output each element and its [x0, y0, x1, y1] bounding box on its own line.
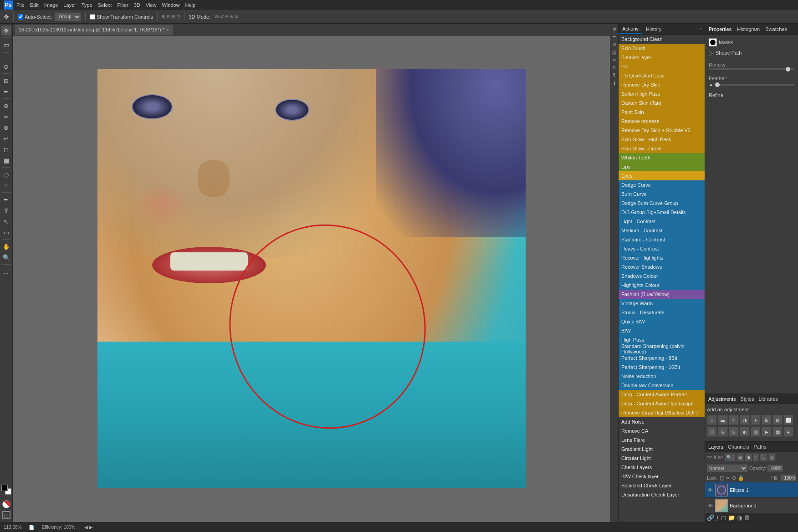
brush-tool[interactable]: ✏ — [1, 112, 11, 122]
action-item-26[interactable]: Shadows Colour — [619, 271, 705, 281]
action-item-3[interactable]: FS — [619, 62, 705, 71]
adj-invert[interactable]: ◐ — [740, 427, 750, 437]
action-item-46[interactable]: Circular Light — [619, 454, 705, 463]
action-item-38[interactable]: Double raw Conversion — [619, 381, 705, 390]
crop-tool[interactable]: ⊞ — [1, 76, 11, 86]
action-item-29[interactable]: Vintage Warm — [619, 299, 705, 308]
tab-channels[interactable]: Channels — [726, 444, 750, 450]
action-item-32[interactable]: B/W — [619, 326, 705, 335]
feather-slider[interactable] — [715, 84, 794, 86]
filter-pixel[interactable]: ⊞ — [737, 453, 744, 461]
actions-panel-menu[interactable]: ≡ — [697, 26, 705, 33]
lock-artboard[interactable]: ⊕ — [732, 475, 736, 481]
quick-select-tool[interactable]: ⊙ — [1, 61, 11, 72]
action-item-5[interactable]: Remove Dry Skin — [619, 80, 705, 89]
adj-selective-color[interactable]: ◈ — [783, 427, 793, 437]
menu-window[interactable]: Window — [162, 2, 179, 8]
lock-paint[interactable]: ✏ — [726, 475, 730, 481]
action-item-9[interactable]: Remove redness — [619, 117, 705, 126]
eyedropper-tool[interactable]: ✒ — [1, 87, 11, 97]
action-item-42[interactable]: Add Noise — [619, 417, 705, 426]
menu-3d[interactable]: 3D — [134, 2, 140, 8]
history-brush-tool[interactable]: ↩ — [1, 133, 11, 143]
action-item-37[interactable]: Noise reduction — [619, 372, 705, 381]
adj-color-lookup[interactable]: ⊙ — [729, 427, 739, 437]
adj-bw[interactable]: ⬜ — [783, 415, 793, 425]
marquee-tool[interactable]: ▭ — [1, 40, 11, 50]
action-item-33[interactable]: High Pass — [619, 335, 705, 344]
tab-histogram[interactable]: Histogram — [735, 26, 762, 32]
link-layers-btn[interactable]: 🔗 — [707, 514, 714, 521]
action-item-21[interactable]: Medium - Contrast — [619, 226, 705, 235]
document-tab[interactable]: 16-20151025-113012-untitled.dng @ 114% (… — [15, 25, 173, 35]
adj-brightness[interactable]: ☼ — [707, 415, 717, 425]
tab-close[interactable]: × — [166, 27, 169, 32]
filter-type[interactable]: T — [753, 453, 759, 461]
fill-input[interactable] — [780, 474, 796, 481]
action-item-17[interactable]: Burn Curve — [619, 189, 705, 199]
action-item-2[interactable]: Blemish layer — [619, 53, 705, 62]
eraser-tool[interactable]: ◻ — [1, 144, 11, 154]
action-item-16[interactable]: Dodge Curve — [619, 180, 705, 189]
layer-eye-background[interactable]: 👁 — [707, 503, 713, 508]
layer-ellipse1[interactable]: 👁 Ellipse 1 — [705, 482, 798, 498]
group-select[interactable]: Group — [55, 12, 81, 21]
action-item-24[interactable]: Recover Highlights — [619, 253, 705, 262]
adj-channel-mixer[interactable]: ⊕ — [718, 427, 728, 437]
new-adj-btn[interactable]: ◑ — [737, 514, 742, 521]
action-item-14[interactable]: Lips — [619, 162, 705, 171]
blend-mode-select[interactable]: Normal — [707, 464, 748, 472]
action-item-0[interactable]: Background Clean — [619, 35, 705, 44]
action-item-8[interactable]: Paint Skin — [619, 107, 705, 117]
tab-properties[interactable]: Properties — [707, 26, 733, 32]
filter-adj[interactable]: ◑ — [745, 453, 752, 461]
action-item-48[interactable]: B/W Check layer — [619, 472, 705, 481]
adj-curves[interactable]: ∿ — [729, 415, 739, 425]
right-tool-8[interactable]: ℹ — [611, 80, 618, 86]
tab-actions[interactable]: Actions — [619, 25, 642, 34]
tab-adjustments[interactable]: Adjustments — [707, 396, 737, 402]
auto-select-checkbox[interactable] — [18, 14, 23, 20]
extra-tools[interactable]: ... — [1, 266, 11, 276]
delete-layer-btn[interactable]: 🗑 — [744, 514, 750, 521]
filter-smart[interactable]: ⊙ — [768, 453, 776, 461]
action-item-41[interactable]: Remove Stray Hair (Shallow DOF) — [619, 408, 705, 417]
action-item-23[interactable]: Heavy - Contrast — [619, 244, 705, 253]
path-select-tool[interactable]: ↖ — [1, 216, 11, 226]
adj-color-balance[interactable]: ⊠ — [772, 415, 783, 425]
layers-search[interactable] — [725, 453, 736, 461]
shape-tool[interactable]: ▭ — [1, 227, 11, 237]
action-item-19[interactable]: D/B Group Big+Small Details — [619, 208, 705, 217]
adj-posterize[interactable]: ▥ — [751, 427, 761, 437]
add-mask-btn[interactable]: ◻ — [721, 514, 726, 521]
adj-vibrance[interactable]: ♦ — [751, 415, 761, 425]
right-tool-7[interactable]: ¶ — [611, 72, 618, 78]
menu-select[interactable]: Select — [98, 2, 112, 8]
tab-layers[interactable]: Layers — [707, 444, 725, 450]
adj-exposure[interactable]: ◑ — [740, 415, 750, 425]
menu-image[interactable]: Image — [44, 2, 58, 8]
adj-levels[interactable]: ▬ — [718, 415, 728, 425]
show-transform-checkbox[interactable] — [90, 14, 95, 20]
right-tool-3[interactable]: ⊙ — [611, 41, 618, 47]
gradient-tool[interactable]: ▦ — [1, 155, 11, 165]
menu-type[interactable]: Type — [82, 2, 92, 8]
foreground-color[interactable] — [1, 485, 8, 491]
action-item-15[interactable]: Eyes — [619, 171, 705, 180]
canvas-area[interactable] — [13, 36, 610, 522]
action-item-4[interactable]: FS Quick And Easy — [619, 71, 705, 80]
action-item-39[interactable]: Crop - Content Aware Portrait — [619, 390, 705, 399]
action-item-6[interactable]: Soften High Pass — [619, 89, 705, 98]
action-item-43[interactable]: Remove CA — [619, 426, 705, 435]
density-slider[interactable] — [709, 68, 794, 70]
lock-position[interactable]: 🔒 — [738, 475, 744, 481]
right-tool-5[interactable]: ✏ — [611, 56, 618, 63]
menu-help[interactable]: Help — [185, 2, 196, 8]
menu-filter[interactable]: Filter — [117, 2, 128, 8]
adj-photo-filter[interactable]: ⬡ — [707, 427, 717, 437]
filter-shape[interactable]: ▭ — [760, 453, 767, 461]
menu-file[interactable]: File — [16, 2, 25, 8]
right-tool-6[interactable]: A — [611, 64, 618, 71]
pen-tool[interactable]: ✒ — [1, 194, 11, 205]
action-item-45[interactable]: Gradient Light — [619, 445, 705, 454]
